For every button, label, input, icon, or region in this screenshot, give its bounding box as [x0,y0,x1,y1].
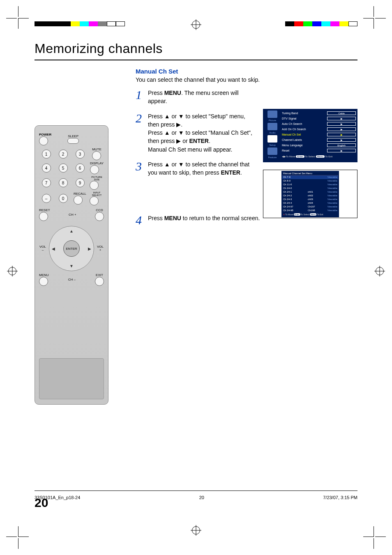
intro-text: You can select the channel that you want… [136,76,357,83]
picsize-label: PICTURE SIZE [90,176,104,181]
ccd-label: CCD [95,209,104,212]
sleep-button [67,138,79,144]
channel-row: Ch 24-98Ch198Viewable [282,209,338,212]
power-button [39,136,48,145]
osd-tab-label: Feature [268,156,277,159]
digit-3: 3 [76,150,85,159]
osd-menu-row: Auto Ch Search▶ [282,121,356,127]
digit-4: 4 [42,164,51,173]
digit-1: 1 [42,150,51,159]
channel-row: Ch 24-97Ch197Viewable [282,205,338,209]
osd-tab-label: Audio [269,131,275,134]
osd-tab-icon [267,123,277,130]
left-arrow-icon: ◀ [52,246,55,251]
osd-tab-icon [267,147,277,155]
up-arrow-icon: ▲ [69,229,74,233]
step-text: Press MENU to return to the normal scree… [148,214,260,222]
digit-8: 8 [59,178,68,187]
step-text: Press MENU. The menu screen will appear. [148,89,255,106]
setup-menu-screenshot: PictureAudioSetupFeature Tuning BandCabl… [263,109,357,162]
step-1: 1 Press MENU. The menu screen will appea… [136,89,357,106]
reset-button [39,212,48,221]
channel-row: Ch 8-0Viewable [282,179,338,183]
step-number: 1 [136,89,143,101]
right-arrow-icon: ▶ [88,246,91,251]
osd2-title: Manual Channel Set Menu [282,172,338,175]
osd2-footer: ✕ To Move Enter To Select Menu To Exit [282,212,338,216]
menu-label: MENU [39,274,49,277]
step-text: Press ▲ or ▼ to select "Setup" menu, the… [148,112,255,154]
power-label: POWER [39,133,51,136]
osd-menu-row: DTV Signal▶ [282,116,356,121]
input-select-button [90,196,99,205]
registration-mark [376,267,384,275]
step-number: 3 [136,160,143,173]
channel-row: Ch 7-0Viewable [282,175,338,179]
osd-menu-row: Tuning BandCable [282,111,356,116]
channel-row: Ch 24-4ch04Viewable [282,201,338,205]
footer-page: 20 [199,495,204,500]
input-label: INPUT SELECT [90,191,104,196]
channel-row: Ch 24-3ch03Viewable [282,198,338,201]
osd-menu-row: Manual Ch Set▶ [282,132,356,137]
channel-row: Ch 24-0Viewable [282,187,338,190]
dash-button: – [42,194,51,203]
osd-menu-row: Add On Ch Search▶ [282,127,356,132]
volplus-label: VOL + [97,245,104,252]
recall-label: RECALL [74,192,86,196]
picture-size-button [90,181,99,190]
osd-tab-icon [267,135,277,143]
digit-2: 2 [59,150,68,159]
exit-label: EXIT [95,274,104,277]
mute-button [92,151,101,160]
step-text: Press ▲ or ▼ to select the channel that … [148,160,255,177]
registration-mark [192,526,200,534]
remote-door [39,358,104,399]
digit-7: 7 [42,178,51,187]
chplus-label: CH + [69,213,76,216]
enter-button: ENTER [63,240,80,257]
manual-ch-set-screenshot: Manual Channel Set Menu Ch 7-0ViewableCh… [263,170,357,218]
footer-rule [35,491,357,491]
digit-5: 5 [59,164,68,173]
mute-label: MUTE [92,148,101,151]
chminus-label: CH – [68,278,76,281]
reset-label: RESET [39,209,50,212]
channel-row: Ch 24-1ch01Viewable [282,190,338,194]
color-bar-left [35,21,125,26]
recall-button [74,196,83,205]
digit-0: 0 [59,194,68,203]
osd-tab-icon [267,111,277,118]
exit-button [95,277,104,286]
osd-menu-row: Reset▶ [282,148,356,153]
volminus-label: VOL – [39,245,46,252]
step-number: 2 [136,112,143,124]
display-button [90,165,99,174]
color-bar-right [285,21,357,26]
remote-control-figure: POWER SLEEP 1 2 3 MUTE [35,125,108,405]
dpad: ▲ ▼ ◀ ▶ ENTER [49,226,94,271]
section-heading: Manual Ch Set [136,68,357,75]
digit-9: 9 [76,178,85,187]
channel-row: Ch 11-0Viewable [282,183,338,187]
footer-date: 7/23/07, 3:15 PM [323,495,357,500]
ccd-button [95,212,104,221]
osd-menu-row: Channel Labels▶ [282,137,356,143]
channel-row: Ch 24-2ch02Viewable [282,194,338,198]
display-label: DISPLAY [90,162,104,165]
footer-file: 33S0101A_En_p18-24 [35,495,80,500]
digit-6: 6 [76,164,85,173]
osd1-footer: ◀▶To Move Enter To Select Menu To Exit [282,155,356,158]
page-title: Memorizing channels [35,41,357,60]
registration-mark [8,267,16,275]
sleep-label: SLEEP [67,135,79,138]
osd-menu-row: Menu LanguageEnglish [282,143,356,148]
registration-mark [192,21,200,29]
down-arrow-icon: ▼ [69,264,74,268]
menu-button [39,277,48,286]
osd-tab-label: Picture [269,119,277,122]
step-number: 4 [136,214,143,226]
osd-tab-label: Setup [269,144,276,146]
